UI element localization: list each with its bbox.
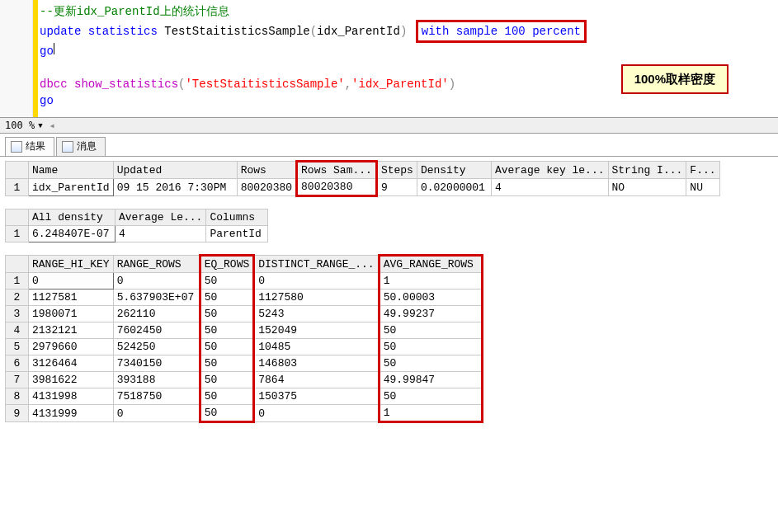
table-row[interactable]: 3198007126211050524349.99237 [6, 306, 483, 322]
table-row[interactable]: 211275815.637903E+0750112758050.00003 [6, 290, 483, 306]
cell[interactable]: 6.248407E-07 [29, 226, 116, 242]
cell[interactable]: 09 15 2016 7:30PM [113, 179, 237, 196]
grid-histogram[interactable]: RANGE_HI_KEY RANGE_ROWS EQ_ROWS DISTINCT… [5, 254, 483, 423]
cell[interactable]: 80020380 [297, 179, 377, 196]
table-row[interactable]: 7398162239318850786449.99847 [6, 372, 483, 388]
cell[interactable]: 50 [379, 339, 482, 355]
cell[interactable]: 7518750 [113, 388, 200, 405]
table-row[interactable]: 9413199905001 [6, 405, 483, 422]
cell[interactable]: 50 [200, 339, 254, 355]
table-row[interactable]: 1005001 [6, 273, 483, 290]
cell[interactable]: 9 [376, 179, 417, 196]
sql-editor[interactable]: --更新idx_ParentId上的统计信息 update statistics… [0, 0, 778, 117]
cell[interactable]: 1980071 [29, 306, 114, 322]
table-row[interactable]: 4213212176024505015204950 [6, 322, 483, 339]
cell[interactable]: idx_ParentId [29, 179, 114, 196]
cell[interactable]: 1127581 [29, 290, 114, 306]
cell[interactable]: 50 [200, 306, 254, 322]
cell[interactable]: 49.99237 [379, 306, 482, 322]
col-rows-sampled[interactable]: Rows Sam... [297, 162, 377, 179]
table-row[interactable]: 52979660524250501048550 [6, 339, 483, 355]
cell[interactable]: 1 [379, 405, 482, 422]
code-line: go [40, 92, 770, 109]
cell[interactable]: 0 [254, 405, 379, 422]
col-avg-len[interactable]: Average Le... [116, 210, 206, 226]
rownum-cell: 3 [6, 306, 29, 322]
cell[interactable]: 3126464 [29, 355, 114, 372]
cell[interactable]: 3981622 [29, 372, 114, 388]
cell[interactable]: 2979660 [29, 339, 114, 355]
cell[interactable]: 0 [113, 273, 200, 290]
table-row[interactable]: 8413199875187505015037550 [6, 388, 483, 405]
cell[interactable]: 1127580 [254, 290, 379, 306]
scroll-left-icon[interactable]: ◂ [50, 120, 55, 131]
cell[interactable]: 146803 [254, 355, 379, 372]
messages-icon [62, 141, 73, 153]
cell[interactable]: 4 [491, 179, 608, 196]
cell[interactable]: 50 [200, 322, 254, 339]
col-columns[interactable]: Columns [206, 210, 268, 226]
tab-results[interactable]: 结果 [5, 137, 54, 156]
cell[interactable]: 50 [379, 322, 482, 339]
cell[interactable]: 49.99847 [379, 372, 482, 388]
cell[interactable]: 0.02000001 [417, 179, 491, 196]
cell[interactable]: 50.00003 [379, 290, 482, 306]
col-string-index[interactable]: String I... [608, 162, 686, 179]
col-rows[interactable]: Rows [237, 162, 296, 179]
col-name[interactable]: Name [29, 162, 114, 179]
col-distinct-range[interactable]: DISTINCT_RANGE_... [254, 256, 379, 273]
cell[interactable]: 0 [113, 405, 200, 422]
grid-density-vector[interactable]: All density Average Le... Columns 1 6.24… [5, 209, 268, 242]
cell[interactable]: 50 [200, 405, 254, 422]
col-updated[interactable]: Updated [113, 162, 237, 179]
col-range-rows[interactable]: RANGE_ROWS [113, 256, 200, 273]
cell[interactable]: 7864 [254, 372, 379, 388]
tab-messages[interactable]: 消息 [56, 137, 106, 156]
cell[interactable]: 152049 [254, 322, 379, 339]
col-all-density[interactable]: All density [29, 210, 116, 226]
cell[interactable]: 0 [254, 273, 379, 290]
cell[interactable]: 393188 [113, 372, 200, 388]
cell[interactable]: 2132121 [29, 322, 114, 339]
grid-stats-header[interactable]: Name Updated Rows Rows Sam... Steps Dens… [5, 160, 720, 197]
col-steps[interactable]: Steps [376, 162, 417, 179]
cell[interactable]: 0 [29, 273, 114, 290]
cell[interactable]: 4 [116, 226, 206, 242]
cell[interactable]: 50 [379, 388, 482, 405]
sql-comment: --更新idx_ParentId上的统计信息 [40, 5, 229, 18]
cell[interactable]: 50 [200, 355, 254, 372]
cell[interactable]: 150375 [254, 388, 379, 405]
cell[interactable]: 80020380 [237, 179, 296, 196]
table-row[interactable]: 1 idx_ParentId 09 15 2016 7:30PM 8002038… [6, 179, 720, 196]
cell[interactable]: 50 [200, 388, 254, 405]
cell[interactable]: NU [686, 179, 719, 196]
change-marker [33, 0, 38, 117]
cell[interactable]: NO [608, 179, 686, 196]
cell[interactable]: 7340150 [113, 355, 200, 372]
cell[interactable]: 10485 [254, 339, 379, 355]
callout-sample-density: 100%取样密度 [621, 64, 728, 94]
cell[interactable]: ParentId [206, 226, 268, 242]
col-avg-range-rows[interactable]: AVG_RANGE_ROWS [379, 256, 482, 273]
cell[interactable]: 50 [200, 290, 254, 306]
cell[interactable]: 5.637903E+07 [113, 290, 200, 306]
col-avg-key-len[interactable]: Average key le... [491, 162, 608, 179]
table-row[interactable]: 6312646473401505014680350 [6, 355, 483, 372]
cell[interactable]: 4131998 [29, 388, 114, 405]
col-range-hi-key[interactable]: RANGE_HI_KEY [29, 256, 114, 273]
code-line: update statistics TestStaitisticsSample(… [40, 20, 770, 43]
col-density[interactable]: Density [417, 162, 491, 179]
col-eq-rows[interactable]: EQ_ROWS [200, 256, 254, 273]
cell[interactable]: 7602450 [113, 322, 200, 339]
cell[interactable]: 50 [200, 372, 254, 388]
cell[interactable]: 50 [379, 355, 482, 372]
zoom-dropdown[interactable]: 100 % ▼ [5, 120, 43, 131]
cell[interactable]: 4131999 [29, 405, 114, 422]
cell[interactable]: 50 [200, 273, 254, 290]
cell[interactable]: 5243 [254, 306, 379, 322]
cell[interactable]: 1 [379, 273, 482, 290]
cell[interactable]: 524250 [113, 339, 200, 355]
cell[interactable]: 262110 [113, 306, 200, 322]
table-row[interactable]: 1 6.248407E-07 4 ParentId [6, 226, 268, 242]
col-filter[interactable]: F... [686, 162, 719, 179]
